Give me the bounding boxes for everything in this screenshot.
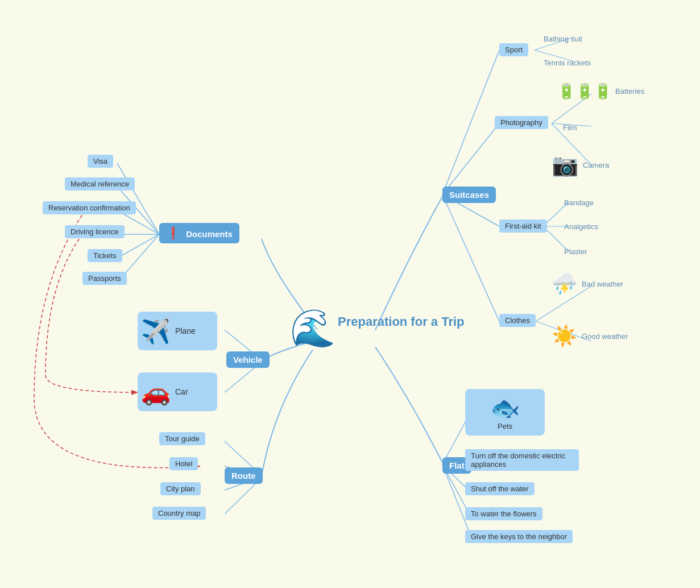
plane-container: ✈️ Plane: [138, 312, 217, 350]
svg-line-12: [442, 50, 499, 194]
bathing-suit-node: Bathing suit: [538, 32, 588, 46]
center-wave: 🌊: [290, 307, 335, 350]
plane-label: Plane: [175, 326, 196, 336]
vehicle-node: Vehicle: [226, 351, 270, 368]
tour-guide-node: Tour guide: [159, 432, 205, 445]
pets-container: 🐟 Pets: [465, 389, 545, 436]
bad-weather-label: Bad weather: [582, 280, 623, 288]
car-label: Car: [175, 387, 188, 396]
country-map-node: Country map: [152, 507, 206, 520]
sport-node: Sport: [499, 43, 528, 56]
clothes-node: Clothes: [499, 314, 536, 327]
medical-ref-node: Medical reference: [65, 177, 135, 191]
visa-node: Visa: [88, 155, 113, 168]
svg-line-0: [117, 163, 159, 234]
documents-node: ❗ Documents: [159, 223, 239, 243]
analgetics-node: Analgetics: [558, 220, 604, 234]
tennis-rackets-node: Tennis rackets: [538, 56, 597, 70]
bad-weather-container: ⛈️ Bad weather: [552, 272, 623, 296]
task3-node: To water the flowers: [465, 507, 542, 520]
svg-line-15: [442, 194, 499, 321]
batteries-label: Batteries: [615, 87, 644, 96]
center-title: Preparation for a Trip: [338, 314, 465, 330]
city-plan-node: City plan: [160, 482, 201, 495]
reservation-node: Reservation confirmation: [43, 201, 136, 214]
passports-node: Passports: [82, 272, 127, 285]
photography-node: Photography: [495, 116, 548, 129]
film-node: Film: [557, 121, 583, 135]
bandage-node: Bandage: [558, 196, 599, 210]
car-container: 🚗 Car: [138, 372, 217, 411]
camera-container: 📷 Camera: [552, 152, 609, 177]
camera-label: Camera: [583, 161, 609, 169]
hotel-node: Hotel: [169, 457, 198, 470]
svg-line-13: [442, 123, 499, 194]
firstaid-node: First-aid kit: [499, 220, 547, 233]
suitcases-node: Suitcases: [442, 187, 496, 203]
good-weather-label: Good weather: [582, 332, 628, 341]
batteries-container: 🔋🔋🔋 Batteries: [557, 82, 644, 100]
route-node: Route: [225, 467, 263, 484]
svg-line-30: [442, 465, 472, 539]
task4-node: Give the keys to the neighbor: [465, 530, 573, 543]
exclamation-icon: ❗: [166, 227, 180, 239]
pets-label: Pets: [498, 422, 512, 430]
driving-licence-node: Driving licence: [65, 225, 125, 238]
good-weather-container: ☀️ Good weather: [552, 324, 628, 348]
plaster-node: Plaster: [558, 245, 593, 259]
tickets-node: Tickets: [88, 249, 122, 262]
task1-node: Turn off the domestic electric appliance…: [465, 449, 579, 471]
task2-node: Shut off the water: [465, 482, 535, 495]
